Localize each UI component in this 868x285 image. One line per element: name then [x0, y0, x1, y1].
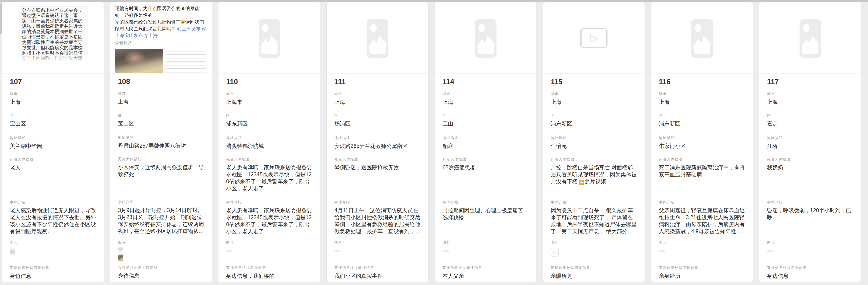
attachment-pill-thumbnail[interactable]: [767, 250, 773, 252]
record-card[interactable]: 117 城市 上海 区 嘉定 地址描述 江桥 死者大体描述 我奶奶 事件介绍 昏…: [759, 2, 861, 282]
record-card[interactable]: 111 城市 上海 区 杨浦区 地址描述 安波路265弄兰花教师公寓南区 死者大…: [327, 2, 429, 282]
placeholder-mountain-shape: [369, 36, 386, 54]
image-thumbnail[interactable]: [334, 248, 421, 253]
address-value: 江桥: [767, 143, 853, 149]
text-screenshot-thumbnail[interactable]: [118, 247, 123, 255]
record-card[interactable]: 116 城市 上海 区 浦东新区 地址描述 朱家门小区 死者大体描述 死于浦东医…: [651, 2, 753, 282]
field-victim: 死者大体描述 我奶奶: [767, 157, 853, 200]
record-card[interactable]: 114 城市 上海 区 宝山 地址描述 铂庭 死者大体描述 65岁癌症患者 事件…: [435, 2, 537, 282]
field-label-source: 直接信息还是间接信息: [551, 265, 637, 270]
attachment-pill-thumbnail[interactable]: [226, 250, 232, 252]
post-photo[interactable]: [115, 49, 163, 73]
field-city: 城市 上海: [551, 92, 637, 113]
event-value: 老人患有哮喘，家属联系居委报备要求就医，12345也表示尽快，但是120依然来不…: [226, 207, 312, 235]
horizontal-scrollbar[interactable]: [0, 0, 868, 2]
field-label-address: 地址描述: [551, 136, 637, 140]
field-label-city: 城市: [10, 92, 96, 96]
field-address: 地址描述 铂庭: [442, 136, 529, 157]
field-label-event: 事件介绍: [10, 200, 96, 205]
field-label-image: 图片: [334, 240, 421, 245]
field-district: 区 杨浦区: [334, 113, 421, 136]
field-label-district: 区: [767, 113, 853, 118]
attachment-pill-thumbnail[interactable]: [442, 250, 449, 252]
image-thumbnail[interactable]: ▷: [551, 248, 637, 256]
placeholder-mountain-shape: [261, 36, 278, 54]
photo-placeholder-icon: [259, 20, 280, 58]
field-label-address: 地址描述: [442, 136, 529, 140]
field-source: 直接信息还是间接信息 亲身经历: [659, 265, 745, 279]
field-district: 区 浦东新区: [659, 113, 745, 136]
city-value: 上海: [659, 98, 745, 105]
you-badge-emoji: 有: [579, 180, 584, 185]
field-label-city: 城市: [551, 92, 637, 96]
field-label-event: 事件介绍: [442, 200, 529, 205]
field-label-district: 区: [10, 113, 96, 118]
district-value: 宝山: [442, 120, 529, 127]
photo-thumbnail[interactable]: [118, 255, 123, 261]
attachment-stack-thumbnail[interactable]: [118, 247, 123, 261]
photo-placeholder-icon: [691, 20, 713, 58]
placeholder-mountain-shape: [694, 36, 710, 54]
district-value: 浦东新区: [226, 120, 312, 127]
text-screenshot-thumbnail[interactable]: [10, 248, 15, 255]
photo-placeholder-icon: [367, 20, 388, 58]
record-card[interactable]: ▷ 115 城市 上海 区 浦东新区 地址描述 仁怡苑 死者大体描述 封控，跳楼…: [543, 2, 645, 282]
field-city: 城市 上海市: [226, 92, 312, 113]
crying-emoji: [180, 20, 185, 24]
attachment-pill-thumbnail[interactable]: [659, 250, 665, 252]
field-address: 地址描述 丹霞山路257弄馨佳园八街坊: [118, 135, 204, 157]
view-translation-link[interactable]: 查看翻译: [115, 40, 207, 46]
field-label-source: 直接信息还是间接信息: [118, 265, 204, 270]
source-value: 身边信息: [767, 273, 853, 279]
source-value: 亲眼所见: [551, 273, 637, 279]
attachment-pill-thumbnail[interactable]: [334, 250, 341, 252]
post-links[interactable]: @上海发布 @上海宝山发布 ◎上海: [115, 26, 207, 38]
field-event: 事件介绍 3月9日起开始封控，3月14日解封。3月23日又一轮封控开始，期间这位…: [118, 200, 204, 240]
card-media: 运输有时间，为什么跟居委会的60的菜能到，还好多是烂的别的区都已经分发过几批物资…: [110, 2, 212, 73]
field-source: 直接信息还是间接信息 本人父亲: [442, 265, 529, 279]
image-thumbnail[interactable]: [118, 247, 204, 261]
record-card[interactable]: 运输有时间，为什么跟居委会的60的菜能到，还好多是烂的别的区都已经分发过几批物资…: [110, 2, 212, 282]
field-event: 事件介绍 封控期间因生理、心理上极度痛苦，选择跳楼: [442, 200, 529, 240]
city-value: 上海: [767, 98, 853, 105]
field-label-source: 直接信息还是间接信息: [442, 265, 529, 270]
text-screenshot-image[interactable]: 分左右联系上中华西居委会，通过微信语音确认了这一事实。由于需要保护患者家属的隐私…: [19, 5, 88, 64]
vertical-scrollbar-thumb[interactable]: [0, 3, 2, 34]
field-victim: 死者大体描述 封控，跳楼自杀当场死亡 对面楼邻居只看见听见现场情况，因为集体被封…: [551, 157, 637, 200]
field-event: 事件介绍 4月11日上午，这位消毒防疫人员在给我们小区封控楼做消杀的时候突然晕倒…: [334, 200, 421, 240]
post-images: [115, 49, 207, 73]
address-value: 仁怡苑: [551, 143, 637, 149]
field-city: 城市 上海: [442, 92, 529, 113]
field-label-address: 地址描述: [767, 136, 853, 140]
play-icon: ▷: [590, 33, 598, 43]
field-source: 直接信息还是间接信息 亲眼所见: [551, 265, 637, 279]
field-source: 直接信息还是间接信息 身边信息: [10, 265, 96, 279]
card-number: 107: [10, 77, 96, 86]
video-thumbnail[interactable]: ▷: [551, 248, 559, 256]
record-card[interactable]: 分左右联系上中华西居委会，通过微信语音确认了这一事实。由于需要保护患者家属的隐私…: [2, 2, 104, 282]
field-city: 城市 上海: [767, 92, 853, 113]
field-label-victim: 死者大体描述: [659, 157, 745, 162]
post-text-screenshot[interactable]: [164, 49, 207, 73]
image-thumbnail[interactable]: [442, 248, 529, 253]
field-label-victim: 死者大体描述: [334, 157, 421, 162]
card-body: 114 城市 上海 区 宝山 地址描述 铂庭 死者大体描述 65岁癌症患者 事件…: [435, 74, 536, 279]
field-label-city: 城市: [442, 92, 529, 96]
event-value: 4月11日上午，这位消毒防疫人员在给我们小区封控楼做消杀的时候突然晕倒，小区里有…: [334, 207, 421, 235]
victim-value: 晕倒昏迷，送医院抢救无效: [334, 164, 421, 171]
image-thumbnail[interactable]: [10, 248, 96, 256]
victim-value: 封控，跳楼自杀当场死亡 对面楼邻居只看见听见现场情况，因为集体被封没有下楼 有照…: [551, 164, 637, 185]
image-thumbnail[interactable]: [767, 248, 853, 253]
image-thumbnail[interactable]: [659, 248, 745, 253]
field-label-district: 区: [118, 113, 204, 117]
field-image: 图片: [118, 240, 204, 265]
card-number: 108: [118, 77, 204, 86]
field-image: 图片: [226, 240, 312, 265]
field-victim: 死者大体描述 小区保安，连续两周高强度值班，导致猝死: [118, 157, 204, 200]
field-address: 地址描述 仁怡苑: [551, 136, 637, 157]
record-card[interactable]: 110 城市 上海市 区 浦东新区 地址描述 航头镇鹤沙航城 死者大体描述 老人…: [218, 2, 320, 282]
image-thumbnail[interactable]: [226, 248, 312, 253]
card-body: 116 城市 上海 区 浦东新区 地址描述 朱家门小区 死者大体描述 死于浦东医…: [651, 74, 753, 279]
address-value: 航头镇鹤沙航城: [226, 143, 312, 149]
field-label-event: 事件介绍: [767, 200, 853, 205]
